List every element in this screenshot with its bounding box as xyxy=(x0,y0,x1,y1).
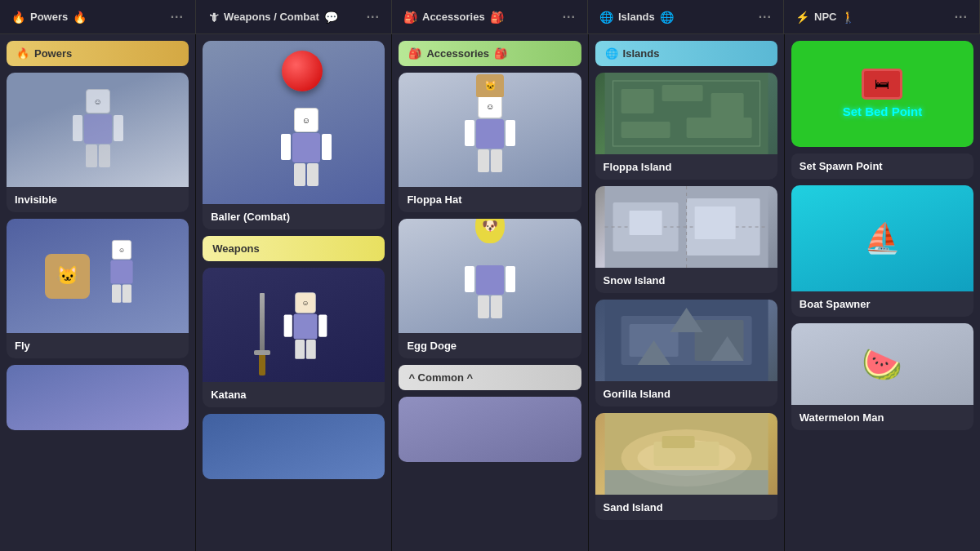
floppa-cat-head: 🐱 xyxy=(476,74,504,97)
floppa-hat-leg-l xyxy=(478,149,489,172)
category-weapons[interactable]: Weapons xyxy=(203,236,385,261)
tab-npc-dots[interactable]: ··· xyxy=(955,10,968,24)
category-powers[interactable]: 🔥 Powers xyxy=(7,41,189,66)
acc-cat-icon2: 🎒 xyxy=(494,47,507,60)
invisible-label: Invisible xyxy=(7,187,189,212)
tab-npc-label: NPC xyxy=(814,11,836,23)
snow-island-label: Snow Island xyxy=(595,268,777,293)
floppa-island-image xyxy=(595,73,777,154)
tab-accessories[interactable]: 🎒 Accessories 🎒 ··· xyxy=(392,0,588,33)
lightning-icon: ⚡ xyxy=(795,11,809,24)
globe-icon-left: 🌐 xyxy=(599,11,613,24)
boat-spawner-label: Boat Spawner xyxy=(791,291,973,317)
svg-rect-26 xyxy=(604,470,768,495)
item-acc-bottom[interactable] xyxy=(399,397,581,462)
bed-icon: 🛏 xyxy=(862,69,902,100)
roblox-char-egg-doge: 🐶 ☺ xyxy=(461,240,519,330)
tab-weapons-dots[interactable]: ··· xyxy=(367,10,380,24)
tab-islands-dots[interactable]: ··· xyxy=(759,10,772,24)
category-accessories[interactable]: 🎒 Accessories 🎒 xyxy=(399,41,581,66)
item-snow-island[interactable]: Snow Island xyxy=(595,186,777,293)
globe-icon-right: 🌐 xyxy=(660,11,674,24)
set-bed-image: 🛏 Set Bed Point xyxy=(791,41,973,147)
snow-island-image xyxy=(595,186,777,268)
katana-handle xyxy=(259,355,265,375)
column-weapons: ☺ Baller (Combat) Weapons xyxy=(196,34,392,551)
item-fly[interactable]: 🐱 ☺ Fly xyxy=(7,219,189,358)
sand-island-image xyxy=(595,413,777,495)
item-set-bed-point[interactable]: 🛏 Set Bed Point Set Bed Point xyxy=(791,41,973,147)
floppa-island-label: Floppa Island xyxy=(595,154,777,180)
person-icon: 🚶 xyxy=(841,11,855,24)
tab-islands-label: Islands xyxy=(618,11,655,23)
item-watermelon-man[interactable]: 🍉 Watermelon Man xyxy=(791,323,973,430)
egg-doge-arms xyxy=(465,266,515,292)
svg-rect-5 xyxy=(621,122,670,138)
floppa-island-svg xyxy=(595,73,777,154)
bag-icon-left: 🎒 xyxy=(403,11,417,24)
acc-bottom-img xyxy=(399,397,581,462)
set-bed-text: Set Bed Point xyxy=(843,104,923,119)
fly-content: 🐱 ☺ xyxy=(45,231,150,321)
baller-ball-area xyxy=(282,51,323,91)
snow-island-overlay xyxy=(595,186,777,268)
header-tabs: 🔥 Powers 🔥 ··· 🗡 Weapons / Combat 💬 ··· … xyxy=(0,0,980,34)
egg-doge-head-area: 🐶 ☺ xyxy=(478,240,502,264)
egg-doge-image: 🐶 ☺ xyxy=(399,219,581,333)
floppa-hat-content: 🐱 ☺ xyxy=(399,73,581,187)
item-gorilla-island[interactable]: Gorilla Island xyxy=(595,300,777,407)
item-katana[interactable]: ☺ Katana xyxy=(203,268,385,407)
snow-island-svg xyxy=(595,186,777,268)
roblox-char-baller: ☺ xyxy=(278,108,335,198)
flame-icon-left: 🔥 xyxy=(11,11,25,24)
item-floppa-island[interactable]: Floppa Island xyxy=(595,73,777,180)
item-baller[interactable]: ☺ Baller (Combat) xyxy=(203,41,385,229)
katana-weapon xyxy=(254,293,270,375)
gorilla-island-label: Gorilla Island xyxy=(595,381,777,407)
tab-islands[interactable]: 🌐 Islands 🌐 ··· xyxy=(588,0,784,33)
svg-rect-25 xyxy=(662,436,694,448)
fly-leg-l xyxy=(112,284,121,302)
baller-arms xyxy=(281,134,332,160)
item-invisible[interactable]: ☺ Invisible xyxy=(7,73,189,212)
item-powers-bottom[interactable] xyxy=(7,365,189,430)
floppa-hat-head-area: 🐱 ☺ xyxy=(478,94,502,118)
tab-powers-dots[interactable]: ··· xyxy=(171,10,184,24)
sword-icon: 🗡 xyxy=(207,11,219,24)
katana-leg-r xyxy=(306,340,316,359)
gorilla-island-svg xyxy=(595,300,777,381)
powers-bottom-img xyxy=(7,365,189,430)
column-npc: 🛏 Set Bed Point Set Bed Point Set Spawn … xyxy=(785,34,980,551)
fly-char-legs xyxy=(112,284,131,302)
item-weapons-bottom[interactable] xyxy=(203,414,385,479)
item-sand-island[interactable]: Sand Island xyxy=(595,413,777,520)
npc-green-bg: 🛏 Set Bed Point xyxy=(791,41,973,147)
fly-char-body xyxy=(110,260,132,284)
tab-weapons[interactable]: 🗡 Weapons / Combat 💬 ··· xyxy=(196,0,392,33)
npc-cyan-bg: ⛵ xyxy=(791,185,973,291)
category-common[interactable]: ^ Common ^ xyxy=(399,365,581,390)
tab-powers[interactable]: 🔥 Powers 🔥 ··· xyxy=(0,0,196,33)
tab-npc[interactable]: ⚡ NPC 🚶 ··· xyxy=(784,0,980,33)
item-boat-spawner[interactable]: ⛵ Boat Spawner xyxy=(791,185,973,317)
item-set-spawn-label[interactable]: Set Spawn Point xyxy=(791,153,973,179)
item-floppa-hat[interactable]: 🐱 ☺ Floppa Hat xyxy=(399,73,581,212)
katana-arm-l xyxy=(283,314,292,336)
baller-arm-r xyxy=(322,134,332,160)
fly-char-head: ☺ xyxy=(112,240,131,260)
katana-char-head: ☺ xyxy=(295,292,316,313)
sand-island-svg xyxy=(595,413,777,495)
column-accessories: 🎒 Accessories 🎒 🐱 ☺ xyxy=(392,34,588,551)
tab-accessories-dots[interactable]: ··· xyxy=(563,10,576,24)
category-islands[interactable]: 🌐 Islands xyxy=(595,41,777,66)
baller-legs xyxy=(294,163,318,186)
katana-leg-l xyxy=(295,340,305,359)
floppa-hat-leg-r xyxy=(491,149,502,172)
acc-cat-icon: 🎒 xyxy=(408,47,421,60)
katana-content: ☺ xyxy=(247,268,341,382)
item-egg-doge[interactable]: 🐶 ☺ Egg Doge xyxy=(399,219,581,358)
floppa-face-fly: 🐱 xyxy=(45,254,90,299)
islands-cat-label: Islands xyxy=(623,47,660,60)
svg-rect-13 xyxy=(694,207,735,239)
boat-spawner-content: ⛵ xyxy=(864,221,901,256)
